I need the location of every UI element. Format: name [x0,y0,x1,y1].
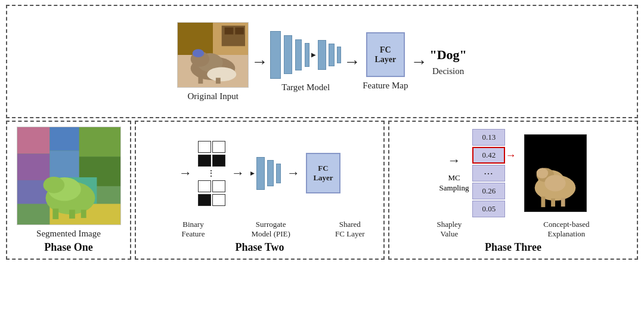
arrow-2: → [343,52,360,71]
phase-two-content: → ⋮ [177,127,343,220]
cnn-layer-6 [329,44,335,66]
svg-point-35 [545,175,566,191]
binary-row-1 [198,141,225,153]
segmented-image-label: Segmented Image [36,229,101,239]
surrogate-model-label: Surrogate Model (PIE) [247,220,295,239]
scnn-layer-3 [276,164,281,183]
bin-cell [212,194,225,206]
arrow-1: → [251,52,268,71]
mc-sampling-text: MC Sampling [439,173,469,193]
arrow-phase-two-2: → [231,165,244,181]
concept-image [524,134,587,212]
svg-point-26 [43,177,64,193]
svg-rect-36 [541,196,546,207]
shared-fc-box: FC Layer [306,153,340,193]
arrow-phase-two-in: → [179,165,192,181]
original-input-item: Original Input [177,22,249,102]
svg-rect-29 [80,210,86,218]
bin-cell [212,141,225,153]
cnn-layer-1 [270,31,281,79]
original-input-image [177,22,249,88]
cnn-layer-3 [295,39,302,70]
feature-map-item: FC Layer Feature Map [363,32,408,91]
shapley-cell-1: 0.42 → [472,147,505,164]
bin-cell [212,180,225,192]
decision-label: Decision [432,66,464,76]
svg-rect-27 [52,208,58,219]
bottom-container: Segmented Image Phase One → [6,121,638,260]
binary-feature-label: Binary Feature [177,220,209,239]
binary-feature-item: ⋮ [198,141,225,206]
phase-one-box: Segmented Image Phase One [6,121,131,260]
surrogate-model-item: ▶ [250,154,281,193]
svg-rect-10 [236,27,244,34]
svg-rect-15 [17,127,49,153]
target-model-label: Target Model [281,82,330,93]
shapley-stack-item: 0.13 0.42 → ⋯ 0.26 0.05 [472,129,505,217]
svg-rect-18 [49,127,79,151]
explanation-label: Concept-based Explanation [543,220,589,239]
shapley-stack: 0.13 0.42 → ⋯ 0.26 0.05 [472,129,505,217]
scnn-layer-2 [267,160,274,186]
phase-three-content: → MC Sampling 0.13 0.42 → ⋯ 0.26 0 [439,127,587,220]
original-input-label: Original Input [188,91,239,102]
fc-layer-text: FC Layer [374,45,396,64]
bin-cell [198,141,211,153]
svg-rect-12 [199,76,203,84]
svg-rect-19 [49,151,79,177]
svg-rect-20 [79,127,120,156]
bin-cell [198,180,211,192]
binary-dots: ⋮ [198,168,225,179]
phase-two-labels: Binary Feature Surrogate Model (PIE) Sha… [141,220,379,239]
svg-rect-37 [552,198,556,207]
cnn-layer-5 [318,40,326,70]
top-section: Original Input → ▶ [6,5,638,118]
cnn-visualization: ▶ [270,31,341,79]
svg-rect-16 [17,153,49,180]
shapley-label: Shapley Value [436,220,462,239]
shared-fc-label: Shared FC Layer [332,220,368,239]
phase-two-box: → ⋮ [135,121,385,260]
shapley-cell-dots: ⋯ [472,165,505,182]
shapley-cell-0: 0.13 [472,129,505,146]
svg-rect-38 [561,198,565,207]
svg-rect-9 [225,27,234,34]
target-model-item: ▶ Target Model [270,31,341,93]
mc-sampling-group: → MC Sampling [439,153,469,193]
arrow-phase-two-3: → [287,165,300,181]
shared-fc-text: FC Layer [313,164,333,183]
arrow-phase-three-in: → [448,153,461,168]
phase-three-box: → MC Sampling 0.13 0.42 → ⋯ 0.26 0 [388,121,638,260]
arrow-3: → [410,52,427,71]
shared-fc-item: FC Layer [306,153,340,193]
segmented-image [17,127,121,225]
shapley-cell-3: 0.05 [472,201,505,217]
shapley-cell-2: 0.26 [472,183,505,199]
svg-point-34 [537,168,549,179]
svg-rect-13 [216,78,221,84]
feature-map-fc-box: FC Layer [366,32,405,77]
bin-cell [212,155,225,167]
binary-row-3 [198,180,225,192]
bin-cell [198,155,211,167]
cnn-arrow-small: ▶ [250,170,255,176]
feature-map-label: Feature Map [363,81,408,91]
cnn-layer-7 [337,47,341,63]
surrogate-cnn: ▶ [250,154,281,193]
phase-one-label: Phase One [44,241,93,254]
svg-point-7 [193,49,205,57]
svg-rect-28 [69,210,75,219]
decision-item: "Dog" Decision [429,47,466,76]
cnn-layer-2 [284,35,292,74]
scnn-layer-1 [256,157,265,190]
binary-row-4 [198,194,225,206]
phase-two-label: Phase Two [236,241,284,254]
phase-three-labels: Shapley Value Concept-based Explanation [394,220,632,239]
cnn-layer-4 [305,43,309,67]
svg-point-11 [207,67,236,81]
shapley-red-arrow: → [505,149,516,162]
binary-stack: ⋮ [198,141,225,206]
cnn-inner-arrow: ▶ [311,51,316,58]
phase-three-label: Phase Three [485,241,541,254]
decision-text: "Dog" [429,47,466,63]
